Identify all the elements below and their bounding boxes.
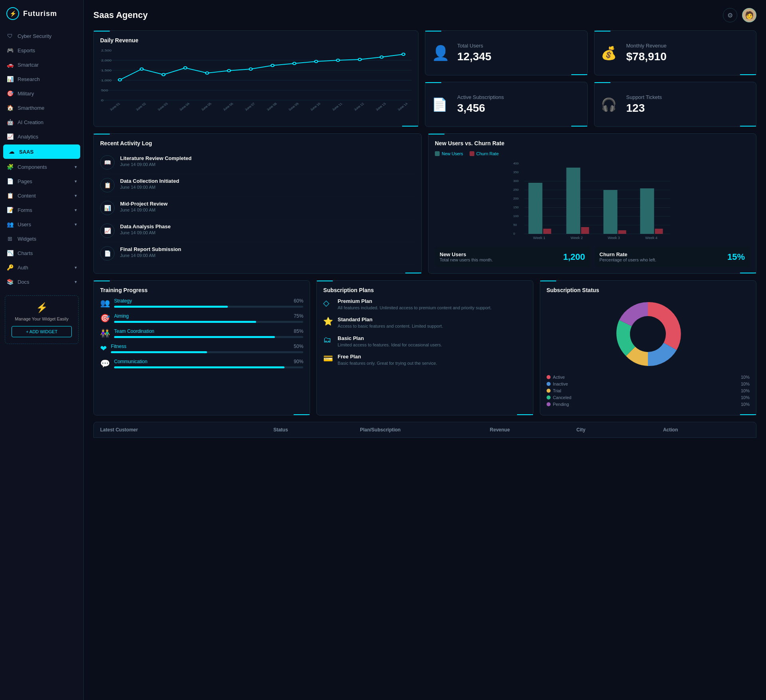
widget-promo: ⚡ Manage Your Widget Easily + ADD WIDGET	[5, 295, 79, 344]
support-tickets-value: 123	[626, 102, 662, 115]
svg-text:June 06: June 06	[222, 102, 234, 111]
sidebar-item-research[interactable]: 📊 Research	[0, 72, 83, 86]
plans-list: ◇ Premium Plan All features included. Un…	[323, 298, 526, 367]
active-subs-icon: 📄	[432, 97, 451, 112]
sidebar-item-charts[interactable]: 📉 Charts	[0, 246, 83, 260]
svg-point-16	[227, 69, 231, 72]
sidebar-item-ai-creation[interactable]: 🤖 AI Creation	[0, 115, 83, 129]
svg-rect-62	[618, 230, 626, 234]
svg-text:June 02: June 02	[135, 102, 147, 111]
sidebar-item-smartcar[interactable]: 🚗 Smartcar	[0, 57, 83, 72]
add-widget-button[interactable]: + ADD WIDGET	[12, 326, 72, 337]
plan-name-1: Standard Plan	[338, 316, 443, 322]
progress-track-4	[114, 366, 303, 368]
activity-log-title: Recent Activity Log	[100, 140, 415, 146]
svg-text:June 12: June 12	[353, 102, 365, 111]
sidebar-item-forms[interactable]: 📝 Forms ▾	[0, 203, 83, 217]
activity-list: 📖 Literature Review Completed June 14 09…	[100, 151, 415, 265]
support-tickets-card: 🎧 Support Tickets 123	[594, 82, 757, 127]
ai-creation-icon: 🤖	[6, 119, 14, 125]
pie-chart-container: Active 10% Inactive 10% Trial 10% Cancel…	[547, 298, 750, 409]
svg-text:1,500: 1,500	[101, 69, 112, 72]
total-users-label: Total Users	[457, 43, 492, 49]
research-icon: 📊	[6, 76, 14, 82]
smartcar-label: Smartcar	[18, 62, 39, 68]
sidebar-item-cyber-security[interactable]: 🛡 Cyber Security	[0, 29, 83, 43]
sidebar-item-content[interactable]: 📋 Content ▾	[0, 188, 83, 203]
svg-rect-59	[581, 227, 589, 234]
sidebar-item-saas[interactable]: ☁ SAAS	[3, 144, 80, 159]
total-users-icon: 👤	[432, 45, 451, 61]
svg-point-21	[336, 59, 340, 61]
svg-rect-65	[655, 229, 663, 234]
activity-time-2: June 14 09:00 AM	[120, 208, 168, 212]
churn-rate-legend: Churn Rate	[470, 151, 499, 156]
svg-rect-55	[529, 183, 543, 234]
progress-track-1	[114, 321, 303, 323]
new-users-legend-dot	[435, 151, 440, 156]
sidebar-item-smarthome[interactable]: 🏠 Smarthome	[0, 101, 83, 115]
active-subs-value: 3,456	[457, 102, 504, 115]
pie-pct-0: 10%	[741, 375, 750, 380]
users-icon: 👥	[6, 221, 14, 227]
activity-content-3: Data Analysis Phase June 14 09:00 AM	[120, 223, 171, 235]
daily-revenue-card: Daily Revenue 0 500 1,000 1,500 2,000 2,…	[93, 30, 419, 127]
support-tickets-label: Support Tickets	[626, 94, 662, 100]
svg-text:June 07: June 07	[244, 102, 256, 111]
progress-pct-0: 60%	[294, 298, 303, 304]
sidebar-item-auth[interactable]: 🔑 Auth ▾	[0, 260, 83, 275]
svg-point-22	[358, 58, 361, 61]
progress-track-0	[114, 306, 303, 308]
page-title: Saas Agency	[93, 10, 148, 20]
plan-desc-3: Basic features only. Great for trying ou…	[338, 360, 437, 366]
svg-text:Week 4: Week 4	[645, 236, 657, 240]
sidebar-item-esports[interactable]: 🎮 Esports	[0, 43, 83, 57]
progress-fill-1	[114, 321, 256, 323]
activity-icon-2: 📊	[100, 201, 115, 215]
churn-rate-legend-label: Churn Rate	[476, 151, 499, 156]
smartcar-icon: 🚗	[6, 61, 14, 68]
middle-grid: Recent Activity Log 📖 Literature Review …	[93, 133, 756, 274]
activity-icon-4: 📄	[100, 246, 115, 261]
forms-label: Forms	[18, 207, 32, 213]
active-subs-card: 📄 Active Subscriptions 3,456	[425, 82, 588, 127]
table-col-action: Action	[663, 427, 750, 433]
churn-rate-summary-value: 15%	[727, 252, 745, 262]
support-tickets-icon: 🎧	[601, 97, 620, 112]
plan-item-2: 🗂 Basic Plan Limited access to features.…	[323, 335, 526, 348]
pie-dot-3	[547, 395, 551, 399]
stats-grid: Daily Revenue 0 500 1,000 1,500 2,000 2,…	[93, 30, 756, 127]
docs-arrow: ▾	[75, 279, 77, 285]
new-users-summary-title: New Users	[440, 251, 493, 257]
pie-dot-1	[547, 382, 551, 386]
sidebar: ⚡ Futurism 🛡 Cyber Security 🎮 Esports 🚗 …	[0, 0, 84, 700]
saas-icon: ☁	[8, 148, 15, 155]
sidebar-item-military[interactable]: 🎯 Military	[0, 86, 83, 101]
sidebar-item-users[interactable]: 👥 Users ▾	[0, 217, 83, 231]
sidebar-item-docs[interactable]: 📚 Docs ▾	[0, 275, 83, 289]
settings-button[interactable]: ⚙	[723, 8, 737, 22]
sidebar-item-widgets[interactable]: ⊞ Widgets	[0, 231, 83, 246]
progress-fill-2	[114, 336, 275, 338]
active-subs-label: Active Subscriptions	[457, 94, 504, 100]
sidebar-item-components[interactable]: 🧩 Components ▾	[0, 160, 83, 174]
pie-pct-1: 10%	[741, 382, 750, 386]
svg-text:Week 1: Week 1	[533, 236, 545, 240]
analytics-icon: 📈	[6, 133, 14, 140]
svg-text:250: 250	[513, 188, 519, 192]
avatar[interactable]: 🧑	[742, 8, 756, 22]
pie-label-1: Inactive	[553, 382, 568, 386]
subscription-status-title: Subscription Status	[547, 287, 750, 293]
table-col-status: Status	[273, 427, 360, 433]
sidebar-item-pages[interactable]: 📄 Pages ▾	[0, 174, 83, 188]
svg-text:100: 100	[513, 214, 519, 218]
svg-text:1,000: 1,000	[101, 79, 112, 82]
docs-label: Docs	[18, 279, 30, 285]
progress-label-0: Strategy	[114, 298, 132, 304]
logo-icon: ⚡	[6, 7, 19, 20]
progress-label-1: Aiming	[114, 313, 129, 319]
activity-content-2: Mid-Project Review June 14 09:00 AM	[120, 201, 168, 212]
progress-fill-4	[114, 366, 284, 368]
sidebar-item-analytics[interactable]: 📈 Analytics	[0, 129, 83, 144]
chart-legend: New Users Churn Rate	[435, 151, 750, 156]
